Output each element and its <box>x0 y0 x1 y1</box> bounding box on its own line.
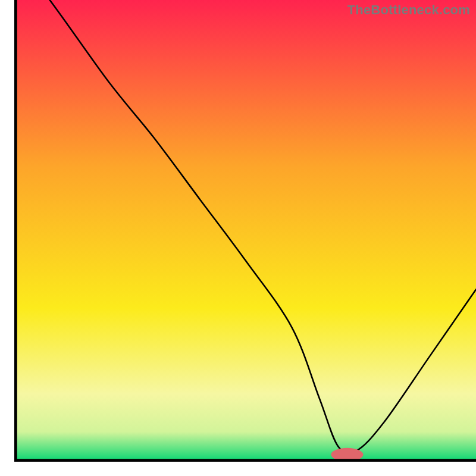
bottleneck-chart <box>0 0 476 476</box>
plot-gradient-background <box>15 0 476 461</box>
watermark-label: TheBottleneck.com <box>347 2 470 18</box>
chart-container: TheBottleneck.com <box>0 0 476 476</box>
